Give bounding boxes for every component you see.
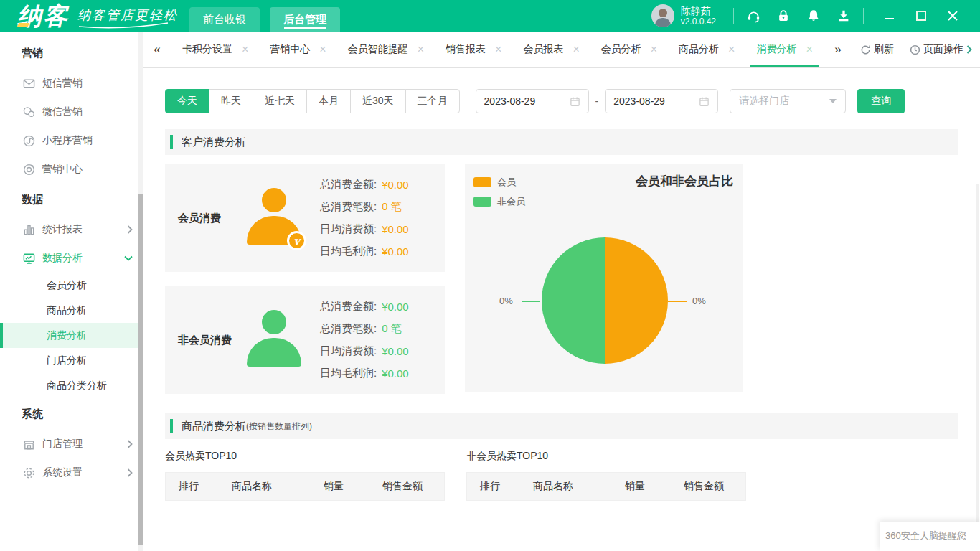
user-name: 陈静茹 bbox=[681, 5, 716, 17]
range-last7days-button[interactable]: 近七天 bbox=[253, 89, 307, 113]
minimize-button[interactable] bbox=[874, 11, 905, 21]
sidebar-item-store-management[interactable]: 门店管理 bbox=[0, 430, 143, 458]
chevron-right-icon bbox=[127, 225, 133, 234]
sidebar-item-wechat-marketing[interactable]: 微信营销 bbox=[0, 98, 143, 126]
pie-chart-title: 会员和非会员占比 bbox=[636, 173, 733, 189]
tab-marketing-center[interactable]: 营销中心 × bbox=[259, 32, 336, 67]
avatar bbox=[651, 4, 674, 27]
close-icon[interactable]: × bbox=[319, 44, 326, 55]
main-scrollbar-thumb[interactable] bbox=[976, 184, 979, 551]
customer-analysis-row: 会员消费 v 总消费金额: ¥0.00 bbox=[165, 164, 958, 394]
sidebar-item-miniprogram-marketing[interactable]: 小程序营销 bbox=[0, 126, 143, 155]
query-button[interactable]: 查询 bbox=[857, 89, 905, 113]
close-icon[interactable]: × bbox=[495, 44, 501, 55]
consumption-cards-column: 会员消费 v 总消费金额: ¥0.00 bbox=[165, 164, 445, 394]
main-area: « 卡积分设置 × 营销中心 × 会员智能提醒 × 销售报表 × bbox=[143, 32, 980, 551]
close-icon[interactable]: × bbox=[242, 44, 248, 55]
tab-product-analysis[interactable]: 商品分析 × bbox=[668, 32, 745, 67]
section-accent-bar bbox=[170, 419, 173, 433]
customer-consumption-section-header: 客户消费分析 bbox=[165, 129, 958, 155]
table-header-row: 排行 商品名称 销量 销售金额 bbox=[165, 472, 445, 501]
stat-row: 日均毛利润: ¥0.00 bbox=[320, 362, 409, 385]
tab-member-analysis[interactable]: 会员分析 × bbox=[590, 32, 668, 67]
tabbar-actions: » 刷新 页面操作 bbox=[824, 32, 980, 67]
pie-callout-right bbox=[668, 301, 687, 302]
tabs-scroll-left-button[interactable]: « bbox=[143, 32, 171, 67]
sidebar-subitem-product-analysis[interactable]: 商品分析 bbox=[0, 298, 143, 323]
tab-member-smart-reminder[interactable]: 会员智能提醒 × bbox=[337, 32, 435, 67]
member-person-icon: v bbox=[240, 188, 308, 248]
legend-swatch-nonmember bbox=[473, 197, 491, 207]
sidebar-item-marketing-center[interactable]: 营销中心 bbox=[0, 155, 143, 184]
tab-card-points-settings[interactable]: 卡积分设置 × bbox=[171, 32, 259, 67]
download-icon[interactable] bbox=[829, 9, 859, 23]
sidebar-section-marketing: 营销 bbox=[0, 37, 143, 69]
page-ops-icon bbox=[910, 44, 920, 55]
refresh-icon bbox=[860, 44, 871, 55]
sidebar-item-system-settings[interactable]: 系统设置 bbox=[0, 458, 143, 487]
store-icon bbox=[22, 437, 36, 451]
sidebar-subitem-store-analysis[interactable]: 门店分析 bbox=[0, 348, 143, 373]
sidebar-subitem-consumption-analysis[interactable]: 消费分析 bbox=[0, 323, 143, 348]
calendar-icon bbox=[699, 96, 710, 107]
range-last30days-button[interactable]: 近30天 bbox=[350, 89, 406, 113]
range-thismonth-button[interactable]: 本月 bbox=[306, 89, 351, 113]
date-from-input[interactable]: 2023-08-29 bbox=[476, 89, 589, 113]
close-icon[interactable]: × bbox=[651, 44, 657, 55]
tab-consumption-analysis[interactable]: 消费分析 × bbox=[745, 32, 823, 67]
close-icon[interactable]: × bbox=[806, 44, 812, 55]
logo-accent-mark bbox=[17, 23, 29, 27]
stat-row: 日均消费额: ¥0.00 bbox=[320, 340, 409, 362]
range-yesterday-button[interactable]: 昨天 bbox=[209, 89, 253, 113]
app-header: 纳客 纳客管店更轻松 前台收银 后台管理 陈静茹 v2.0.0.42 bbox=[0, 0, 980, 32]
legend-item-member[interactable]: 会员 bbox=[473, 176, 525, 189]
close-icon[interactable]: × bbox=[728, 44, 735, 55]
close-icon[interactable]: × bbox=[573, 44, 579, 55]
page-operations-button[interactable]: 页面操作 bbox=[902, 43, 980, 56]
bell-icon[interactable] bbox=[798, 9, 829, 23]
customer-service-icon[interactable] bbox=[738, 9, 768, 24]
sidebar-subitem-member-analysis[interactable]: 会员分析 bbox=[0, 273, 143, 298]
date-to-input[interactable]: 2023-08-29 bbox=[605, 89, 718, 113]
page-content: 今天 昨天 近七天 本月 近30天 三个月 2023-08-29 - 2023-… bbox=[143, 68, 980, 551]
maximize-button[interactable] bbox=[905, 11, 937, 21]
pie-label-member-percent: 0% bbox=[692, 296, 706, 306]
mail-icon bbox=[22, 76, 36, 90]
target-icon bbox=[22, 162, 36, 176]
date-range-separator: - bbox=[595, 95, 599, 107]
stat-row: 日均毛利润: ¥0.00 bbox=[320, 240, 409, 263]
chevron-right-icon bbox=[127, 468, 133, 477]
security-toast: 360安全大脑提醒您 bbox=[880, 522, 980, 551]
nonmember-top10-table: 非会员热卖TOP10 排行 商品名称 销量 销售金额 bbox=[466, 439, 746, 501]
sidebar-item-data-analysis[interactable]: 数据分析 bbox=[0, 244, 143, 273]
top10-tables-row: 会员热卖TOP10 排行 商品名称 销量 销售金额 非会员热卖TOP10 排行 … bbox=[165, 439, 958, 501]
store-select[interactable]: 请选择门店 bbox=[730, 89, 846, 113]
close-icon[interactable]: × bbox=[418, 44, 424, 55]
range-threemonths-button[interactable]: 三个月 bbox=[405, 89, 460, 113]
close-button[interactable] bbox=[937, 11, 969, 21]
sidebar-item-statistic-reports[interactable]: 统计报表 bbox=[0, 215, 143, 244]
legend-item-nonmember[interactable]: 非会员 bbox=[473, 195, 525, 208]
tab-member-report[interactable]: 会员报表 × bbox=[512, 32, 590, 67]
nav-front-cashier-button[interactable]: 前台收银 bbox=[189, 7, 260, 32]
pie-chart-panel: 会员 非会员 会员和非会员占比 0% 0% bbox=[465, 164, 743, 392]
chevron-right-icon bbox=[127, 440, 133, 448]
topbar-right: 陈静茹 v2.0.0.42 bbox=[651, 4, 969, 27]
range-today-button[interactable]: 今天 bbox=[165, 89, 209, 113]
tabs-scroll-right-button[interactable]: » bbox=[824, 32, 852, 67]
sidebar-item-sms-marketing[interactable]: 短信营销 bbox=[0, 69, 143, 98]
refresh-button[interactable]: 刷新 bbox=[852, 43, 902, 56]
sidebar-scrollbar-thumb[interactable] bbox=[138, 194, 143, 545]
app-version: v2.0.0.42 bbox=[681, 17, 716, 27]
table-header-row: 排行 商品名称 销量 销售金额 bbox=[466, 472, 746, 501]
window-controls bbox=[874, 11, 969, 21]
gear-icon bbox=[22, 466, 36, 480]
stat-row: 总消费笔数: 0 笔 bbox=[320, 318, 409, 340]
nav-backend-admin-button[interactable]: 后台管理 bbox=[270, 7, 340, 32]
lock-icon[interactable] bbox=[768, 9, 798, 23]
chevron-down-icon bbox=[124, 255, 133, 261]
sidebar-subitem-product-category-analysis[interactable]: 商品分类分析 bbox=[0, 373, 143, 398]
tab-sales-report[interactable]: 销售报表 × bbox=[435, 32, 512, 67]
user-block[interactable]: 陈静茹 v2.0.0.42 bbox=[651, 4, 716, 27]
member-consumption-card: 会员消费 v 总消费金额: ¥0.00 bbox=[165, 164, 445, 272]
